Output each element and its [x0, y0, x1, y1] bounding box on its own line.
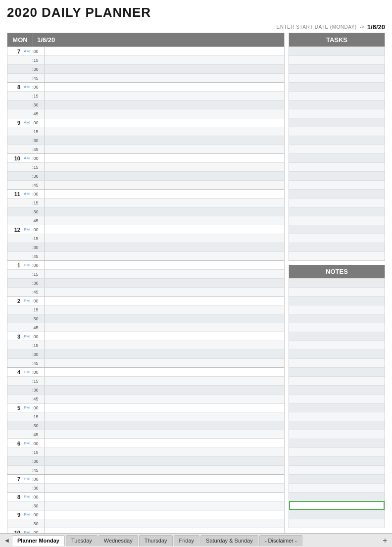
- time-row[interactable]: :15: [7, 448, 284, 456]
- time-row[interactable]: :15: [7, 376, 284, 385]
- time-row[interactable]: 12PM:00: [7, 225, 284, 234]
- time-slot-content[interactable]: [44, 279, 284, 287]
- note-row[interactable]: [289, 341, 385, 349]
- task-row[interactable]: [289, 225, 385, 234]
- note-row[interactable]: [289, 430, 385, 439]
- time-slot-content[interactable]: [44, 270, 284, 278]
- tab-tuesday[interactable]: Tuesday: [66, 535, 98, 546]
- time-slot-content[interactable]: [44, 484, 284, 492]
- time-slot-content[interactable]: [44, 288, 284, 296]
- time-row[interactable]: :15: [7, 341, 284, 349]
- time-row[interactable]: :30: [7, 136, 284, 145]
- task-row[interactable]: [289, 180, 385, 189]
- tab-friday[interactable]: Friday: [174, 535, 200, 546]
- note-row[interactable]: [289, 519, 385, 528]
- note-row[interactable]: [289, 465, 385, 474]
- time-slot-content[interactable]: [44, 47, 284, 55]
- time-row[interactable]: :45: [7, 251, 284, 260]
- time-row[interactable]: :15: [7, 198, 284, 207]
- note-row[interactable]: [289, 403, 385, 412]
- task-row[interactable]: [289, 243, 385, 251]
- note-row[interactable]: [289, 510, 385, 519]
- time-slot-content[interactable]: [44, 100, 284, 109]
- time-row[interactable]: :45: [7, 323, 284, 332]
- time-row[interactable]: :45: [7, 394, 284, 403]
- time-row[interactable]: :30: [7, 100, 284, 109]
- time-row[interactable]: :30: [7, 519, 284, 528]
- time-row[interactable]: 7PM:00: [7, 474, 284, 483]
- time-slot-content[interactable]: [44, 314, 284, 323]
- tab-saturday---sunday[interactable]: Saturday & Sunday: [200, 535, 258, 546]
- task-row[interactable]: [289, 251, 385, 260]
- time-row[interactable]: :45: [7, 358, 284, 367]
- time-slot-content[interactable]: [44, 519, 284, 528]
- time-row[interactable]: 10AM:00: [7, 153, 284, 162]
- note-row[interactable]: [289, 358, 385, 367]
- time-row[interactable]: 7AM:00: [7, 47, 284, 55]
- time-slot-content[interactable]: [44, 65, 284, 73]
- time-slot-content[interactable]: [44, 448, 284, 456]
- time-slot-content[interactable]: [44, 403, 284, 412]
- time-slot-content[interactable]: [44, 368, 284, 376]
- time-slot-content[interactable]: [44, 190, 284, 198]
- time-slot-content[interactable]: [44, 332, 284, 341]
- note-row[interactable]: [289, 448, 385, 456]
- time-row[interactable]: 6PM:00: [7, 439, 284, 448]
- time-slot-content[interactable]: [44, 395, 284, 403]
- note-row[interactable]: [289, 483, 385, 492]
- task-row[interactable]: [289, 55, 385, 64]
- time-slot-content[interactable]: [44, 252, 284, 260]
- time-row[interactable]: :15: [7, 412, 284, 421]
- time-slot-content[interactable]: [44, 323, 284, 332]
- time-row[interactable]: :30: [7, 456, 284, 465]
- time-slot-content[interactable]: [44, 136, 284, 145]
- task-row[interactable]: [289, 47, 385, 55]
- task-row[interactable]: [289, 216, 385, 225]
- note-row[interactable]: [289, 332, 385, 341]
- time-slot-content[interactable]: [44, 154, 284, 162]
- time-row[interactable]: :15: [7, 269, 284, 278]
- note-row[interactable]: [289, 421, 385, 430]
- time-row[interactable]: :30: [7, 207, 284, 216]
- time-slot-content[interactable]: [44, 297, 284, 305]
- time-slot-content[interactable]: [44, 225, 284, 234]
- time-slot-content[interactable]: [44, 207, 284, 216]
- note-row[interactable]: [289, 287, 385, 296]
- task-row[interactable]: [289, 189, 385, 198]
- task-row[interactable]: [289, 127, 385, 136]
- note-row[interactable]: [289, 412, 385, 421]
- time-row[interactable]: :45: [7, 145, 284, 153]
- time-row[interactable]: :30: [7, 385, 284, 394]
- note-row[interactable]: [289, 456, 385, 465]
- task-row[interactable]: [289, 162, 385, 171]
- date-entry-value[interactable]: 1/6/20: [367, 23, 385, 31]
- time-slot-content[interactable]: [44, 243, 284, 251]
- tab-planner-monday[interactable]: Planner Monday: [12, 535, 65, 546]
- note-row[interactable]: [289, 376, 385, 385]
- time-slot-content[interactable]: [44, 421, 284, 430]
- time-slot-content[interactable]: [44, 305, 284, 314]
- time-slot-content[interactable]: [44, 199, 284, 207]
- time-slot-content[interactable]: [44, 109, 284, 118]
- time-row[interactable]: :30: [7, 278, 284, 287]
- time-slot-content[interactable]: [44, 510, 284, 519]
- time-row[interactable]: :15: [7, 91, 284, 100]
- task-row[interactable]: [289, 171, 385, 180]
- note-row[interactable]: [289, 349, 385, 358]
- time-row[interactable]: 8PM:00: [7, 492, 284, 501]
- note-row[interactable]: [289, 394, 385, 403]
- time-row[interactable]: :15: [7, 305, 284, 314]
- note-row[interactable]: [289, 439, 385, 448]
- time-slot-content[interactable]: [44, 386, 284, 394]
- note-row[interactable]: [289, 323, 385, 332]
- time-row[interactable]: 11AM:00: [7, 189, 284, 198]
- task-row[interactable]: [289, 91, 385, 100]
- time-row[interactable]: :30: [7, 421, 284, 430]
- tab-nav-prev[interactable]: ◀: [2, 536, 12, 546]
- task-row[interactable]: [289, 73, 385, 82]
- task-row[interactable]: [289, 118, 385, 127]
- tab-wednesday[interactable]: Wednesday: [98, 535, 138, 546]
- note-row[interactable]: [289, 492, 385, 501]
- time-row[interactable]: 1PM:00: [7, 260, 284, 269]
- time-slot-content[interactable]: [44, 127, 284, 136]
